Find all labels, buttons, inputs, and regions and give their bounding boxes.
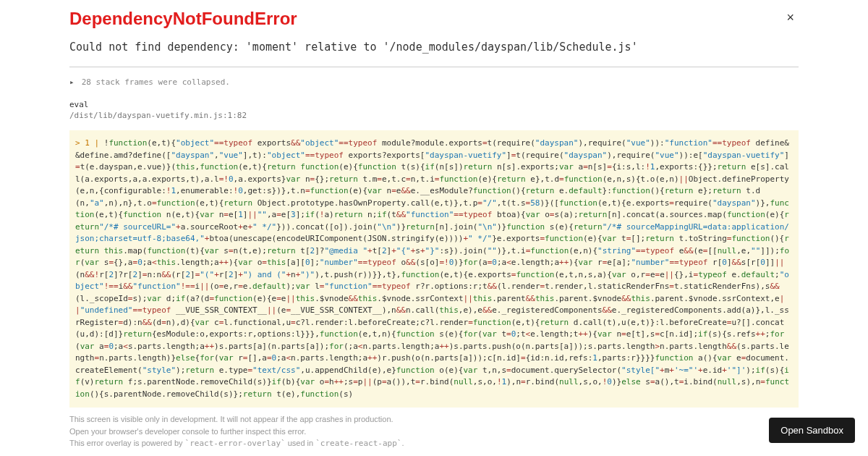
code-preview: > 1 | !function(e,t){"object"==typeof ex… bbox=[69, 130, 799, 408]
stack-collapsed-label: 28 stack frames were collapsed. bbox=[82, 77, 230, 87]
close-icon[interactable]: × bbox=[782, 9, 799, 27]
footer-line-1: This screen is visible only in developme… bbox=[69, 413, 799, 426]
open-sandbox-button[interactable]: Open Sandbox bbox=[769, 418, 855, 443]
footer-line-3: This error overlay is powered by `react-… bbox=[69, 437, 799, 450]
divider bbox=[69, 67, 799, 67]
error-title: DependencyNotFoundError bbox=[69, 9, 297, 29]
stack-collapsed-toggle[interactable]: ▸ 28 stack frames were collapsed. bbox=[69, 77, 799, 87]
error-message: Could not find dependency: 'moment' rela… bbox=[69, 41, 799, 54]
stack-frame-title: eval bbox=[69, 100, 799, 109]
chevron-right-icon: ▸ bbox=[69, 77, 77, 87]
stack-frame-path: /dist/lib/dayspan-vuetify.min.js:1:82 bbox=[69, 111, 799, 120]
footer-line-2: Open your browser's developer console to… bbox=[69, 426, 799, 438]
footer-help: This screen is visible only in developme… bbox=[69, 413, 799, 450]
